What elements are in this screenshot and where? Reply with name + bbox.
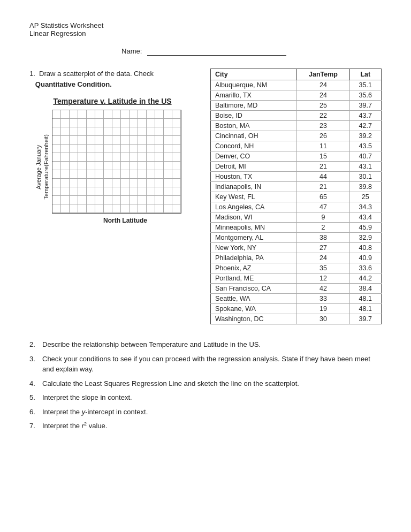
grid-cell (130, 196, 138, 204)
grid-cell (172, 110, 181, 119)
grid-cell (95, 145, 104, 153)
grid-cell (104, 196, 112, 204)
x-axis-label: North Latitude (69, 217, 181, 224)
grid-cell (61, 196, 70, 204)
question-item-6: 6.Interpret the y-intercept in context. (29, 407, 382, 417)
jantemp-cell: 21 (297, 162, 349, 172)
grid-cell (87, 153, 95, 162)
grid-cell (112, 136, 121, 145)
grid-cell (172, 179, 181, 187)
grid-cell (95, 196, 104, 204)
table-row: Albuquerque, NM 24 35.1 (211, 80, 382, 90)
lat-cell: 39.7 (349, 101, 381, 111)
table-row: Madison, WI 9 43.4 (211, 212, 382, 223)
q-num: 3. (29, 354, 39, 375)
lat-cell: 44.2 (349, 273, 381, 284)
grid-cell (138, 170, 147, 179)
grid-cell (61, 145, 70, 153)
grid-cell (172, 204, 181, 213)
grid-cell (52, 162, 61, 170)
grid-cell (121, 162, 130, 170)
jantemp-cell: 24 (297, 253, 349, 263)
grid-cell (52, 187, 61, 196)
grid-cell (104, 204, 112, 213)
grid-cell (121, 127, 130, 136)
grid-cell (104, 110, 112, 119)
grid-cell (87, 110, 95, 119)
lat-cell: 25 (349, 192, 381, 202)
grid-cell (164, 196, 172, 204)
grid-cell (61, 162, 70, 170)
lat-cell: 30.1 (349, 172, 381, 182)
grid-cell (104, 170, 112, 179)
grid-cell (172, 127, 181, 136)
grid-cell (95, 187, 104, 196)
question-item-4: 4.Calculate the Least Squares Regression… (29, 378, 382, 389)
lat-cell: 48.1 (349, 294, 381, 304)
grid-cell (78, 196, 87, 204)
table-row: Key West, FL 65 25 (211, 192, 382, 202)
grid-cell (172, 187, 181, 196)
grid-cell (52, 170, 61, 179)
table-row: Amarillo, TX 24 35.6 (211, 90, 382, 101)
grid-cell (147, 179, 155, 187)
lat-cell: 43.1 (349, 162, 381, 172)
grid-cell (52, 196, 61, 204)
grid-cell (70, 179, 78, 187)
grid-cell (112, 110, 121, 119)
grid-cell (78, 136, 87, 145)
grid-cell (164, 170, 172, 179)
grid-cell (95, 110, 104, 119)
grid-cell (112, 204, 121, 213)
grid-cell (70, 110, 78, 119)
table-row: Portland, ME 12 44.2 (211, 273, 382, 284)
grid-cell (138, 110, 147, 119)
chart-container: Average January Temperature(Fahrenheit) … (35, 110, 195, 224)
q1-number: 1. (29, 70, 35, 78)
question-item-7: 7.Interpret the r2 value. (29, 421, 382, 431)
questions-section: 2.Describe the relationship between Temp… (29, 339, 382, 431)
grid-cell (70, 136, 78, 145)
city-cell: Minneapolis, MN (211, 223, 297, 233)
grid-cell (70, 127, 78, 136)
city-cell: Albuquerque, NM (211, 80, 297, 90)
table-row: New York, NY 27 40.8 (211, 243, 382, 253)
grid-cell (155, 136, 164, 145)
grid-cell (138, 187, 147, 196)
city-cell: Portland, ME (211, 273, 297, 284)
table-row: Denver, CO 15 40.7 (211, 151, 382, 162)
grid-cell (164, 110, 172, 119)
table-row: Detroit, MI 21 43.1 (211, 162, 382, 172)
grid-cell (147, 127, 155, 136)
q-num: 5. (29, 392, 39, 403)
table-row: Los Angeles, CA 47 34.3 (211, 202, 382, 212)
grid-cell (172, 145, 181, 153)
city-cell: Concord, NH (211, 141, 297, 151)
grid-cell (130, 170, 138, 179)
grid-cell (70, 187, 78, 196)
grid-cell (95, 136, 104, 145)
grid-cell (147, 119, 155, 127)
name-field-line: Name: (29, 47, 382, 56)
header-line2: Linear Regression (29, 29, 382, 37)
jantemp-cell: 23 (297, 121, 349, 131)
grid-cell (155, 179, 164, 187)
grid-cell (95, 170, 104, 179)
grid-cell (112, 179, 121, 187)
grid-cell (155, 119, 164, 127)
jantemp-cell: 47 (297, 202, 349, 212)
grid-cell (121, 110, 130, 119)
grid-cell (70, 162, 78, 170)
grid-cell (61, 136, 70, 145)
grid-cell (95, 162, 104, 170)
right-section: City JanTemp Lat Albuquerque, NM 24 35.1… (210, 69, 382, 324)
table-row: Minneapolis, MN 2 45.9 (211, 223, 382, 233)
grid-cell (52, 136, 61, 145)
grid-cell (155, 162, 164, 170)
q-num: 6. (29, 407, 39, 417)
grid-cell (121, 136, 130, 145)
header-line1: AP Statistics Worksheet (29, 21, 382, 29)
lat-cell: 45.9 (349, 223, 381, 233)
q-num: 4. (29, 378, 39, 389)
city-cell: Indianapolis, IN (211, 182, 297, 192)
